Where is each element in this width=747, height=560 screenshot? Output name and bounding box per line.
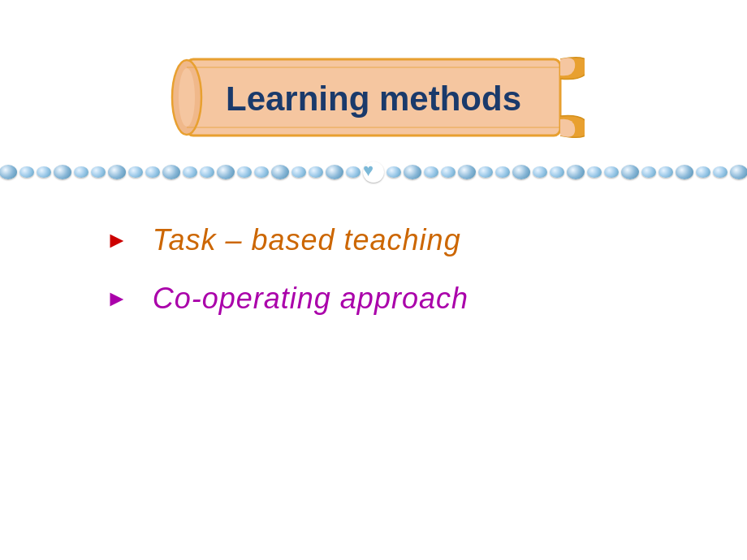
gem-bead: [441, 166, 456, 178]
gem-bead: [91, 166, 106, 178]
divider: [0, 162, 747, 183]
gem-bead: [550, 166, 564, 178]
gem-bead: [495, 166, 510, 178]
gem-bead: [346, 166, 361, 178]
gem-bead: [74, 166, 89, 178]
gem-bead: [0, 165, 17, 179]
scroll-banner: Learning methods: [162, 45, 585, 153]
gem-bead: [183, 166, 197, 178]
gem-bead: [271, 165, 289, 179]
heart-gem: [363, 162, 384, 183]
gem-bead: [309, 166, 323, 178]
list-item: ► Co-operating approach: [106, 282, 747, 316]
gem-bead: [237, 166, 252, 178]
gem-bead: [386, 166, 401, 178]
gem-bead: [54, 165, 71, 179]
gem-bead: [696, 166, 710, 178]
gem-bead: [217, 165, 235, 179]
gem-bead: [200, 166, 214, 178]
gem-bead: [567, 165, 585, 179]
gem-bead: [145, 166, 160, 178]
svg-point-2: [179, 68, 195, 127]
gem-bead: [19, 166, 34, 178]
gem-bead: [458, 165, 476, 179]
gem-bead: [641, 166, 656, 178]
gem-bead: [621, 165, 639, 179]
content-area: ► Task – based teaching ► Co-operating a…: [0, 223, 747, 316]
gem-bead: [404, 165, 421, 179]
gem-bead: [326, 165, 343, 179]
banner-section: Learning methods: [0, 45, 747, 153]
page-title: Learning methods: [226, 80, 521, 118]
gem-bead: [478, 166, 493, 178]
bullet-text-1: Task – based teaching: [153, 223, 461, 257]
gem-bead: [108, 165, 126, 179]
gem-bead: [533, 166, 547, 178]
bullet-arrow-2: ►: [106, 287, 128, 310]
gem-bead: [512, 165, 530, 179]
gem-bead: [37, 166, 51, 178]
gem-bead: [676, 165, 693, 179]
gem-bead: [128, 166, 143, 178]
gem-bead: [730, 165, 747, 179]
bullet-text-2: Co-operating approach: [153, 282, 468, 316]
gem-bead: [291, 166, 306, 178]
bullet-arrow-1: ►: [106, 229, 128, 252]
gem-bead: [424, 166, 438, 178]
gem-bead: [254, 166, 269, 178]
gem-bead: [162, 165, 180, 179]
list-item: ► Task – based teaching: [106, 223, 747, 257]
gem-bead: [587, 166, 602, 178]
gem-bead: [713, 166, 728, 178]
gem-bead: [658, 166, 673, 178]
gem-bead: [604, 166, 619, 178]
